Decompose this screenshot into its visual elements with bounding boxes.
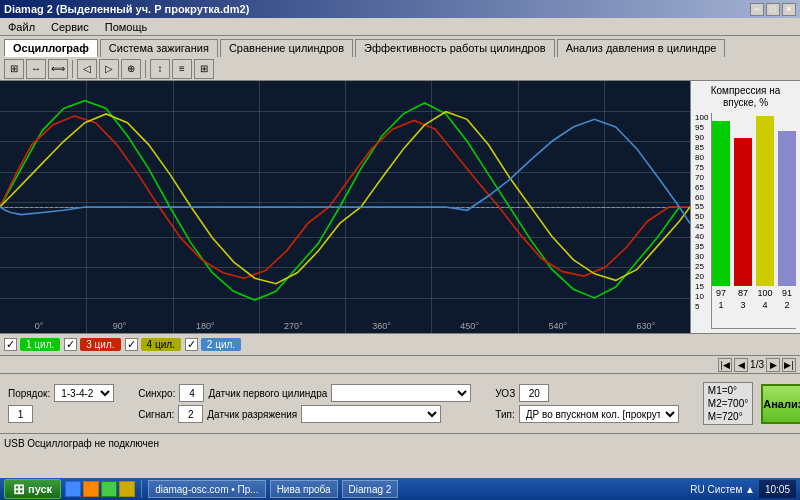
- nav-prev[interactable]: ◀: [734, 358, 748, 372]
- maximize-button[interactable]: □: [766, 3, 780, 16]
- bar-val-2: 87: [738, 288, 748, 298]
- m1-label: М1=0°: [708, 385, 748, 396]
- channel-3: ✓ 3 цил.: [64, 338, 120, 351]
- sensor2-select[interactable]: [301, 405, 441, 423]
- oscilloscope-area: 0° 90° 180° 270° 360° 450° 540° 630°: [0, 81, 690, 333]
- folder-icon[interactable]: [119, 481, 135, 497]
- bar-val-1: 97: [716, 288, 726, 298]
- page-info: 1/3: [750, 359, 764, 370]
- toolbar-btn-1[interactable]: ⊞: [4, 59, 24, 79]
- bar-col-4: 91 2: [778, 131, 796, 310]
- tab-compare[interactable]: Сравнение цилиндров: [220, 39, 353, 57]
- compression-panel: Компрессия на впуске, % 100 95 90 85 80 …: [690, 81, 800, 333]
- status-bar: USB Осциллограф не подключен: [0, 433, 800, 453]
- channel-1: ✓ 1 цил.: [4, 338, 60, 351]
- tab-pressure[interactable]: Анализ давления в цилиндре: [557, 39, 726, 57]
- bar-col-2: 87 3: [734, 138, 752, 310]
- nav-strip: |◀ ◀ 1/3 ▶ ▶|: [0, 355, 800, 373]
- y-10: 10: [695, 292, 711, 301]
- toolbar-btn-9[interactable]: ⊞: [194, 59, 214, 79]
- analyze-button[interactable]: Анализ: [761, 384, 800, 424]
- app-icon[interactable]: [101, 481, 117, 497]
- order-label: Порядок:: [8, 388, 50, 399]
- ch2-checkbox[interactable]: ✓: [185, 338, 198, 351]
- toolbar-btn-5[interactable]: ▷: [99, 59, 119, 79]
- toolbar: ⊞ ↔ ⟺ ◁ ▷ ⊕ ↕ ≡ ⊞: [0, 57, 800, 81]
- row2-row: [8, 405, 114, 423]
- type-select[interactable]: ДР во впускном кол. [прокрутка]: [519, 405, 679, 423]
- y-15: 15: [695, 282, 711, 291]
- toolbar-btn-8[interactable]: ≡: [172, 59, 192, 79]
- x-label-3: 270°: [284, 321, 303, 331]
- bottom-controls: Порядок: 1-3-4-2 Синхро: Датчик первого …: [0, 373, 800, 433]
- x-label-1: 90°: [113, 321, 127, 331]
- channel-2: ✓ 2 цил.: [185, 338, 241, 351]
- y-30: 30: [695, 252, 711, 261]
- y-40: 40: [695, 232, 711, 241]
- taskbar-item-1[interactable]: diamag-osc.com • Пр...: [148, 480, 266, 498]
- toolbar-btn-7[interactable]: ↕: [150, 59, 170, 79]
- taskbar-item-2[interactable]: Нива проба: [270, 480, 338, 498]
- window-title: Diamag 2 (Выделенный уч. Р прокрутка.dm2…: [4, 3, 249, 15]
- toolbar-btn-6[interactable]: ⊕: [121, 59, 141, 79]
- toolbar-sep-2: [145, 60, 146, 78]
- tab-oscilloscope[interactable]: Осциллограф: [4, 39, 98, 57]
- m2-label: М2=700°: [708, 398, 748, 409]
- toolbar-btn-2[interactable]: ↔: [26, 59, 46, 79]
- ch3-checkbox[interactable]: ✓: [64, 338, 77, 351]
- nav-last[interactable]: ▶|: [782, 358, 796, 372]
- status-text: USB Осциллограф не подключен: [4, 438, 159, 449]
- info-box: М1=0° М2=700° М=720°: [703, 382, 753, 425]
- menu-file[interactable]: Файл: [4, 20, 39, 34]
- sensor1-select[interactable]: [331, 384, 471, 402]
- y-25: 25: [695, 262, 711, 271]
- ie-icon[interactable]: [65, 481, 81, 497]
- order-group: Порядок: 1-3-4-2: [8, 384, 114, 423]
- signal-row: Сигнал: Датчик разряжения: [138, 405, 471, 423]
- sync-label: Синхро:: [138, 388, 175, 399]
- taskbar: ⊞ пуск diamag-osc.com • Пр... Нива проба…: [0, 478, 800, 500]
- bar-cyl-3: 4: [762, 300, 767, 310]
- bar-2: [734, 138, 752, 286]
- compression-title: Компрессия на впуске, %: [695, 85, 796, 109]
- row2-input[interactable]: [8, 405, 33, 423]
- signal-value[interactable]: [178, 405, 203, 423]
- x-label-4: 360°: [372, 321, 391, 331]
- close-button[interactable]: ×: [782, 3, 796, 16]
- order-select[interactable]: 1-3-4-2: [54, 384, 114, 402]
- toolbar-btn-3[interactable]: ⟺: [48, 59, 68, 79]
- ch4-checkbox[interactable]: ✓: [125, 338, 138, 351]
- uoz-row: УОЗ: [495, 384, 678, 402]
- bar-4: [778, 131, 796, 286]
- nav-next[interactable]: ▶: [766, 358, 780, 372]
- tab-bar: Осциллограф Система зажигания Сравнение …: [0, 36, 800, 57]
- title-bar-buttons: − □ ×: [750, 3, 796, 16]
- ch1-checkbox[interactable]: ✓: [4, 338, 17, 351]
- menu-help[interactable]: Помощь: [101, 20, 152, 34]
- uoz-value[interactable]: [519, 384, 549, 402]
- taskbar-item-3[interactable]: Diamag 2: [342, 480, 399, 498]
- firefox-icon[interactable]: [83, 481, 99, 497]
- nav-first[interactable]: |◀: [718, 358, 732, 372]
- uoz-group: УОЗ Тип: ДР во впускном кол. [прокрутка]: [495, 384, 678, 423]
- y-45: 45: [695, 222, 711, 231]
- y-90: 90: [695, 133, 711, 142]
- tab-efficiency[interactable]: Эффективность работы цилиндров: [355, 39, 555, 57]
- y-5: 5: [695, 302, 711, 311]
- minimize-button[interactable]: −: [750, 3, 764, 16]
- sync-group: Синхро: Датчик первого цилиндра Сигнал: …: [138, 384, 471, 423]
- sensor2-label: Датчик разряжения: [207, 409, 297, 420]
- title-bar: Diamag 2 (Выделенный уч. Р прокрутка.dm2…: [0, 0, 800, 18]
- menu-service[interactable]: Сервис: [47, 20, 93, 34]
- toolbar-btn-4[interactable]: ◁: [77, 59, 97, 79]
- start-button[interactable]: ⊞ пуск: [4, 479, 61, 499]
- sync-value[interactable]: [179, 384, 204, 402]
- clock-time: 10:05: [765, 484, 790, 495]
- analyze-label: Анализ: [763, 398, 800, 410]
- ch3-label: 3 цил.: [80, 338, 120, 351]
- bar-1: [712, 121, 730, 286]
- tab-ignition[interactable]: Система зажигания: [100, 39, 218, 57]
- y-65: 65: [695, 183, 711, 192]
- menu-bar: Файл Сервис Помощь: [0, 18, 800, 36]
- start-label: пуск: [28, 483, 52, 495]
